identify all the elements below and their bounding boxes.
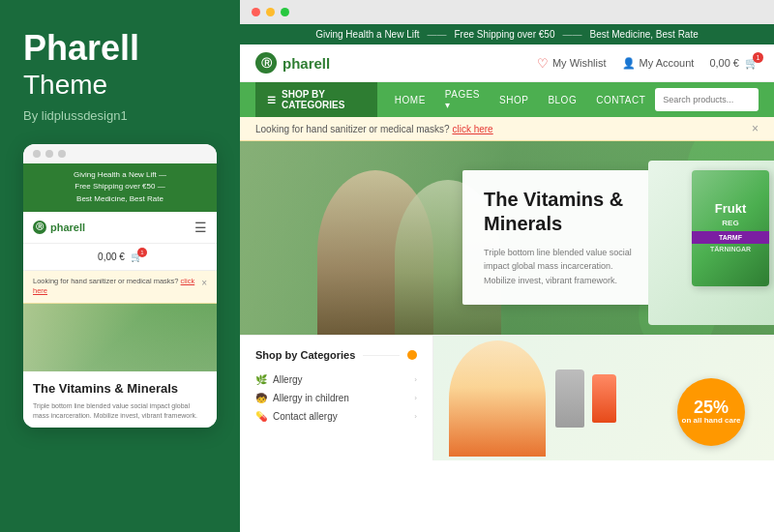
categories-title: Shop by Categories [255, 349, 355, 361]
arrow-right-icon2: › [414, 394, 417, 402]
logo-text: pharell [283, 55, 330, 72]
alert-banner: Looking for hand sanitizer or medical ma… [240, 117, 774, 141]
bottom-section: Shop by Categories 🌿 Allergy › 🧒 Allergy… [240, 335, 774, 460]
browser-chrome [240, 0, 774, 24]
browser-minimize-dot[interactable] [266, 8, 275, 16]
promo-badge: 25% on all hand care [677, 378, 745, 446]
announce-bar: Giving Health a New Lift —— Free Shippin… [240, 24, 774, 44]
mobile-section-title: The Vitamins & Minerals [33, 381, 207, 398]
product-sub: REG [722, 219, 738, 227]
nav-home[interactable]: HOME [385, 82, 435, 117]
nav-bar: ☰ SHOP BY CATEGORIES HOME PAGES ▾ SHOP B… [240, 82, 774, 117]
brand-theme: Theme [23, 70, 217, 101]
nav-blog[interactable]: BLOG [538, 82, 586, 117]
promo-column: 25% on all hand care [433, 336, 774, 460]
logo-icon: Ⓡ [255, 52, 277, 74]
categories-title-row: Shop by Categories [255, 349, 417, 361]
mobile-hero-bg [23, 304, 217, 371]
browser-maximize-dot[interactable] [281, 8, 289, 16]
product-name: Frukt [715, 202, 747, 216]
account-label: My Account [640, 57, 695, 69]
promo-label: on all hand care [682, 416, 741, 426]
cart-amount: 0,00 € 🛒 1 [709, 57, 759, 70]
header-right: ♡ My Wishlist 👤 My Account 0,00 € 🛒 1 [537, 56, 759, 71]
right-panel: Giving Health a New Lift —— Free Shippin… [240, 0, 774, 532]
mobile-cart-icon[interactable]: 🛒 1 [131, 251, 142, 262]
nav-pages[interactable]: PAGES ▾ [435, 82, 490, 117]
product-band: TARMF [692, 231, 769, 244]
nav-links: HOME PAGES ▾ SHOP BLOG CONTACT [385, 82, 655, 117]
hero-section: The Vitamins & Minerals Triple bottom li… [240, 141, 774, 335]
mobile-section-desc: Triple bottom line blended value social … [33, 401, 207, 422]
dot2 [45, 150, 53, 158]
hero-title: The Vitamins & Minerals [484, 188, 644, 236]
arrow-right-icon: › [414, 375, 417, 384]
browser-close-dot[interactable] [252, 8, 260, 16]
allergy-icon: 🌿 [255, 374, 267, 385]
mobile-logo-icon: Ⓡ [33, 221, 46, 234]
promo-products [555, 369, 584, 428]
left-panel: Pharell Theme By lidplussdesign1 Giving … [0, 0, 240, 532]
promo-percentage: 25% [694, 399, 729, 416]
mobile-cart-badge: 1 [137, 248, 147, 257]
mobile-alert-banner: Looking for hand sanitizer or medical ma… [23, 271, 217, 304]
categories-dot [407, 350, 417, 360]
brand-by: By lidplussdesign1 [23, 108, 217, 123]
product-box: Frukt REG TARMF TÄRNINGAR [692, 170, 769, 286]
site-logo[interactable]: Ⓡ pharell [255, 52, 330, 74]
dot3 [58, 150, 66, 158]
promo-bottle1 [555, 369, 584, 428]
nav-categories-label: SHOP BY CATEGORIES [282, 89, 366, 110]
mobile-preview: Giving Health a New Lift — Free Shipping… [23, 144, 217, 428]
website-frame: Giving Health a New Lift —— Free Shippin… [240, 24, 774, 532]
account-link[interactable]: 👤 My Account [622, 57, 695, 70]
children-icon: 🧒 [255, 393, 267, 403]
brand-name: Pharell [23, 29, 217, 68]
header-cart[interactable]: 🛒 1 [745, 57, 759, 70]
heart-icon: ♡ [537, 56, 549, 71]
wishlist-label: My Wishlist [552, 57, 607, 69]
hero-textbox: The Vitamins & Minerals Triple bottom li… [462, 170, 666, 305]
mobile-hamburger-icon[interactable]: ☰ [194, 220, 207, 235]
nav-shop[interactable]: SHOP [490, 82, 538, 117]
menu-lines-icon: ☰ [267, 95, 276, 105]
dot1 [33, 150, 41, 158]
mobile-hero-image [23, 304, 217, 371]
alert-link[interactable]: click here [452, 124, 492, 134]
category-label-allergy: Allergy [273, 374, 303, 385]
nav-contact[interactable]: CONTACT [586, 82, 655, 117]
mobile-header: Ⓡ pharell ☰ [23, 212, 217, 244]
promo-person [449, 340, 546, 457]
nav-search: 🔍 [655, 88, 759, 111]
person-icon: 👤 [622, 57, 636, 70]
alert-close-icon[interactable]: × [752, 122, 759, 135]
category-label-contact: Contact allergy [273, 411, 338, 422]
nav-categories-button[interactable]: ☰ SHOP BY CATEGORIES [255, 82, 377, 117]
mobile-announce-bar: Giving Health a New Lift — Free Shipping… [23, 163, 217, 212]
categories-divider [363, 355, 400, 356]
category-item-contact[interactable]: 💊 Contact allergy › [255, 407, 417, 426]
product-band2: TÄRNINGAR [705, 244, 756, 254]
mobile-title-section: The Vitamins & Minerals Triple bottom li… [23, 371, 217, 428]
cart-badge: 1 [753, 52, 763, 63]
mobile-alert-close-icon[interactable]: × [201, 277, 207, 290]
promo-bottle2 [592, 374, 616, 423]
arrow-right-icon3: › [414, 412, 417, 421]
category-label-children: Allergy in children [273, 393, 349, 403]
mobile-logo: Ⓡ pharell [33, 221, 85, 234]
category-item-allergy[interactable]: 🌿 Allergy › [255, 370, 417, 389]
hero-description: Triple bottom line blended value social … [484, 246, 644, 287]
category-item-children[interactable]: 🧒 Allergy in children › [255, 389, 417, 407]
mobile-card-dots [23, 144, 217, 163]
wishlist-link[interactable]: ♡ My Wishlist [537, 56, 607, 71]
search-input[interactable] [655, 95, 759, 104]
site-header: Ⓡ pharell ♡ My Wishlist 👤 My Account 0,0… [240, 44, 774, 82]
categories-column: Shop by Categories 🌿 Allergy › 🧒 Allergy… [240, 336, 433, 460]
hero-product-card: Frukt REG TARMF TÄRNINGAR [648, 161, 774, 325]
mobile-cart-row: 0,00 € 🛒 1 [23, 244, 217, 271]
contact-icon: 💊 [255, 411, 267, 422]
